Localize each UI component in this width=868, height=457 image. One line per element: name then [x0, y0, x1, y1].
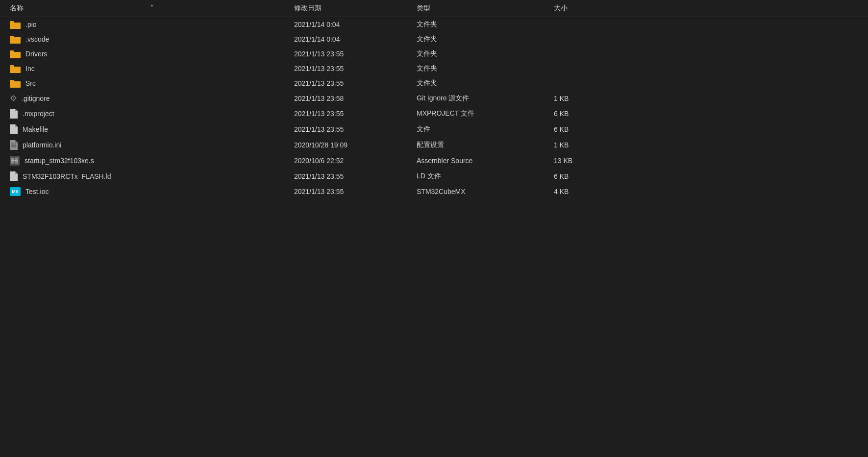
table-row[interactable]: Drivers 2021/1/13 23:55 文件夹 [0, 47, 868, 61]
file-name-cell: .pio [10, 20, 294, 29]
file-type: 文件夹 [417, 49, 554, 58]
table-row[interactable]: .mxproject 2021/1/13 23:55 MXPROJECT 文件 … [0, 106, 868, 121]
file-name: Drivers [25, 50, 47, 58]
table-row[interactable]: Inc 2021/1/13 23:55 文件夹 [0, 61, 868, 76]
col-header-date[interactable]: 修改日期 [294, 4, 417, 13]
file-type: 文件 [417, 125, 554, 134]
file-size: 1 KB [554, 141, 632, 149]
table-row[interactable]: platformio.ini 2020/10/28 19:09 配置设置 1 K… [0, 137, 868, 153]
column-headers: 名称 ⌃ 修改日期 类型 大小 [0, 0, 868, 17]
file-icon [10, 124, 18, 134]
table-row[interactable]: .vscode 2021/1/14 0:04 文件夹 [0, 32, 868, 47]
file-date: 2021/1/14 0:04 [294, 21, 417, 28]
file-type: Git Ignore 源文件 [417, 94, 554, 103]
file-date: 2021/1/13 23:55 [294, 50, 417, 58]
file-type: 文件夹 [417, 35, 554, 44]
svg-rect-9 [10, 80, 14, 82]
file-name-cell: Src [10, 79, 294, 88]
file-name-cell: platformio.ini [10, 140, 294, 150]
file-date: 2020/10/6 22:52 [294, 157, 417, 165]
file-date: 2021/1/13 23:55 [294, 188, 417, 195]
col-header-size[interactable]: 大小 [554, 4, 632, 13]
svg-rect-1 [10, 21, 14, 24]
folder-icon [10, 49, 21, 58]
file-name-cell: .vscode [10, 35, 294, 44]
file-name-cell: STM32F103RCTx_FLASH.ld [10, 171, 294, 181]
file-name: Makefile [23, 125, 48, 133]
file-date: 2021/1/14 0:04 [294, 35, 417, 43]
file-icon [10, 171, 18, 181]
file-name: .vscode [25, 35, 49, 43]
file-name-cell: Inc [10, 64, 294, 73]
file-date: 2021/1/13 23:55 [294, 65, 417, 72]
file-explorer: 名称 ⌃ 修改日期 类型 大小 .pio 2021/1/14 0:04 文件夹 … [0, 0, 868, 457]
file-date: 2020/10/28 19:09 [294, 141, 417, 149]
file-type: 文件夹 [417, 64, 554, 73]
file-name: .pio [25, 21, 37, 28]
file-size: 4 KB [554, 188, 632, 195]
svg-rect-7 [10, 65, 14, 68]
file-type: Assembler Source [417, 157, 554, 165]
file-name: Test.ioc [25, 188, 49, 195]
table-row[interactable]: startup_stm32f103xe.s 2020/10/6 22:52 As… [0, 153, 868, 168]
svg-rect-3 [10, 36, 14, 38]
table-row[interactable]: Src 2021/1/13 23:55 文件夹 [0, 76, 868, 91]
file-date: 2021/1/13 23:55 [294, 110, 417, 118]
col-header-type[interactable]: 类型 [417, 4, 554, 13]
file-size: 1 KB [554, 95, 632, 102]
file-date: 2021/1/13 23:55 [294, 172, 417, 180]
folder-icon [10, 20, 21, 29]
file-name-cell: Drivers [10, 49, 294, 58]
svg-rect-22 [11, 160, 18, 161]
file-type: STM32CubeMX [417, 188, 554, 195]
file-name: STM32F103RCTx_FLASH.ld [23, 172, 111, 180]
file-name-cell: ⚙ .gitignore [10, 94, 294, 103]
file-size: 13 KB [554, 157, 632, 165]
file-name-cell: .mxproject [10, 109, 294, 119]
folder-icon [10, 79, 21, 88]
file-size: 6 KB [554, 172, 632, 180]
svg-marker-11 [15, 109, 18, 111]
svg-marker-13 [15, 124, 18, 127]
file-date: 2021/1/13 23:55 [294, 79, 417, 87]
mx-icon: MX [10, 187, 21, 196]
config-icon [10, 140, 18, 150]
file-icon [10, 109, 18, 119]
file-name: .mxproject [23, 110, 54, 118]
file-size: 6 KB [554, 110, 632, 118]
file-type: 文件夹 [417, 20, 554, 29]
file-name: .gitignore [22, 95, 50, 102]
file-date: 2021/1/13 23:55 [294, 125, 417, 133]
file-name-cell: Makefile [10, 124, 294, 134]
sort-arrow-icon[interactable]: ⌃ [149, 4, 154, 11]
svg-marker-24 [15, 171, 18, 174]
table-row[interactable]: ⚙ .gitignore 2021/1/13 23:58 Git Ignore … [0, 91, 868, 106]
file-date: 2021/1/13 23:58 [294, 95, 417, 102]
file-type: 配置设置 [417, 141, 554, 149]
file-name: startup_stm32f103xe.s [25, 157, 94, 165]
svg-marker-15 [15, 140, 18, 143]
file-type: LD 文件 [417, 172, 554, 181]
file-name-cell: MX Test.ioc [10, 187, 294, 196]
folder-icon [10, 35, 21, 44]
table-row[interactable]: MX Test.ioc 2021/1/13 23:55 STM32CubeMX … [0, 184, 868, 199]
file-name-cell: startup_stm32f103xe.s [10, 156, 294, 166]
file-name: Inc [25, 65, 35, 72]
file-type: MXPROJECT 文件 [417, 109, 554, 118]
file-list: .pio 2021/1/14 0:04 文件夹 .vscode 2021/1/1… [0, 17, 868, 199]
file-name: Src [25, 79, 36, 87]
gear-icon: ⚙ [10, 94, 17, 103]
table-row[interactable]: STM32F103RCTx_FLASH.ld 2021/1/13 23:55 L… [0, 168, 868, 184]
table-row[interactable]: .pio 2021/1/14 0:04 文件夹 [0, 17, 868, 32]
asm-icon [10, 156, 20, 166]
table-row[interactable]: Makefile 2021/1/13 23:55 文件 6 KB [0, 121, 868, 137]
svg-rect-5 [10, 50, 14, 53]
folder-icon [10, 64, 21, 73]
file-type: 文件夹 [417, 79, 554, 88]
file-size: 6 KB [554, 125, 632, 133]
file-name: platformio.ini [23, 141, 61, 149]
